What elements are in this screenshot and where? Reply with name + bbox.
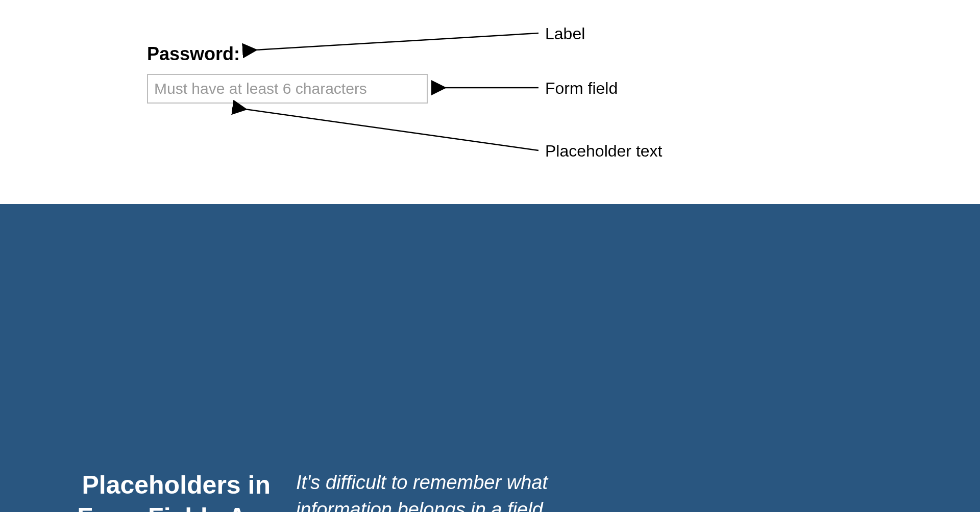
article-headline: Placeholders in Form Fields Are Harmful: [46, 469, 271, 512]
annotation-field: Form field: [545, 79, 618, 98]
form-label: Password:: [147, 43, 240, 65]
diagram-area: Password: Must have at least 6 character…: [0, 0, 980, 204]
annotation-placeholder: Placeholder text: [545, 142, 662, 161]
annotation-label: Label: [545, 24, 585, 43]
article-body: It's difficult to remember what informat…: [296, 469, 567, 512]
caption-area: Placeholders in Form Fields Are Harmful …: [0, 204, 980, 512]
svg-line-2: [245, 109, 538, 150]
social-card: Password: Must have at least 6 character…: [0, 0, 980, 512]
placeholder-text: Must have at least 6 characters: [154, 80, 367, 97]
svg-line-0: [255, 33, 538, 50]
password-input-illustration: Must have at least 6 characters: [147, 74, 428, 104]
